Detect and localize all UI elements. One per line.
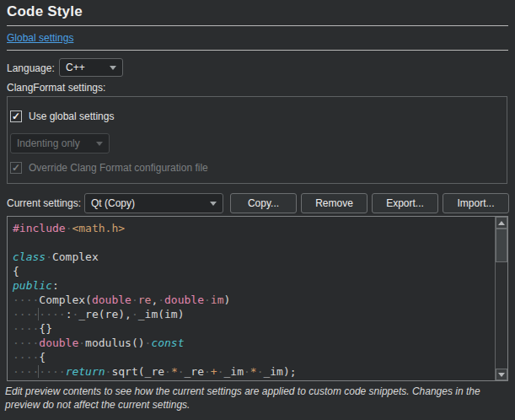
code-content[interactable]: #include·<math.h>class·Complex{public:··… xyxy=(8,217,494,380)
code-line: ····{ xyxy=(13,350,494,364)
chevron-down-icon xyxy=(210,202,217,206)
scrollbar-thumb[interactable] xyxy=(496,229,507,262)
clangformat-group-label: ClangFormat settings: xyxy=(7,82,105,94)
use-global-settings-label: Use global settings xyxy=(29,110,114,122)
code-line xyxy=(13,235,494,250)
checkbox-icon: ✓ xyxy=(10,162,22,174)
current-settings-dropdown[interactable]: Qt (Copy) xyxy=(84,193,223,213)
check-icon: ✓ xyxy=(12,163,20,173)
current-settings-value: Qt (Copy) xyxy=(91,197,135,209)
code-line: ····Complex(double·re,·double·im) xyxy=(13,293,494,307)
code-line: public: xyxy=(13,278,494,293)
language-dropdown[interactable]: C++ xyxy=(59,58,123,77)
scroll-down-button[interactable] xyxy=(496,369,507,380)
use-global-settings-checkbox[interactable]: ✓ Use global settings xyxy=(10,110,114,122)
page-title: Code Style xyxy=(7,3,83,20)
check-icon: ✓ xyxy=(12,111,20,121)
arrow-up-icon xyxy=(498,221,505,225)
code-line: ····double·modulus()·const xyxy=(13,336,494,350)
formatting-mode-value: Indenting only xyxy=(17,137,80,149)
vertical-scrollbar[interactable] xyxy=(495,217,507,380)
scroll-up-button[interactable] xyxy=(496,217,507,229)
code-line: #include·<math.h> xyxy=(13,221,494,235)
code-style-settings-page: Code Style Global settings Language: C++… xyxy=(0,0,515,420)
chevron-down-icon xyxy=(96,142,103,146)
code-preview-editor[interactable]: #include·<math.h>class·Complex{public:··… xyxy=(7,216,508,381)
title-separator xyxy=(7,25,508,26)
language-label: Language: xyxy=(7,62,55,74)
checkbox-icon: ✓ xyxy=(10,110,22,122)
formatting-mode-dropdown: Indenting only xyxy=(10,133,110,153)
header-separator xyxy=(7,50,508,51)
current-settings-label: Current settings: xyxy=(7,197,81,209)
override-clang-format-label: Override Clang Format configuration file xyxy=(29,162,208,174)
global-settings-link[interactable]: Global settings xyxy=(7,32,73,44)
language-dropdown-value: C++ xyxy=(66,62,85,73)
override-clang-format-checkbox: ✓ Override Clang Format configuration fi… xyxy=(10,162,208,174)
code-line: ········return·sqrt(_re·*·_re·+·_im·*·_i… xyxy=(13,364,494,379)
code-line: class·Complex xyxy=(13,250,494,264)
export-button[interactable]: Export... xyxy=(372,193,438,213)
code-line: ····{} xyxy=(13,321,494,336)
footer-note: Edit preview contents to see how the cur… xyxy=(5,385,511,412)
copy-button[interactable]: Copy... xyxy=(230,193,297,213)
arrow-down-icon xyxy=(498,373,505,377)
remove-button[interactable]: Remove xyxy=(301,193,367,213)
chevron-down-icon xyxy=(110,66,116,70)
code-line: ········:·_re(re),·_im(im) xyxy=(13,307,494,321)
import-button[interactable]: Import... xyxy=(443,193,509,213)
code-line: { xyxy=(13,264,494,278)
